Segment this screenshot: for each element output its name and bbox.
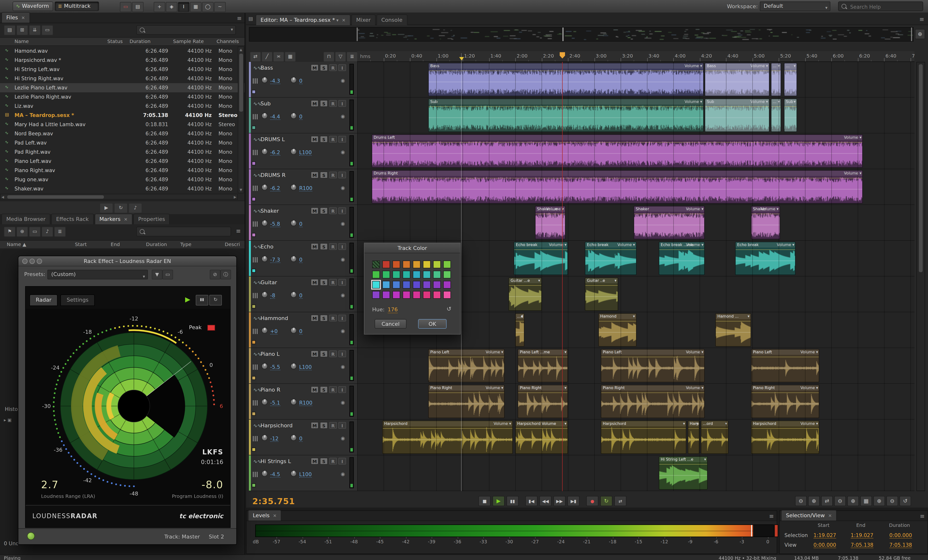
- overview-zoom-icon[interactable]: ⊕: [915, 29, 925, 39]
- tab-files[interactable]: Files✕: [2, 12, 30, 23]
- color-swatch[interactable]: [423, 271, 430, 278]
- close-icon[interactable]: ✕: [342, 18, 346, 23]
- files-column-channels[interactable]: Channels: [217, 39, 239, 44]
- track-name[interactable]: Shaker: [261, 208, 279, 214]
- clip-volume-envelope[interactable]: [716, 321, 750, 322]
- track-color-swatch[interactable]: [252, 448, 256, 452]
- play-button[interactable]: ▶: [493, 496, 505, 506]
- volume-value[interactable]: -4.4: [270, 114, 280, 120]
- monitor-input-button[interactable]: I: [338, 351, 346, 357]
- ok-button[interactable]: OK: [418, 319, 447, 329]
- audio-clip[interactable]: Drums RightVolume ▾: [372, 170, 863, 203]
- markers-column-duration[interactable]: Duration: [146, 242, 167, 247]
- color-swatch[interactable]: [423, 261, 430, 268]
- mute-button[interactable]: M: [311, 315, 319, 322]
- timeline-ruler[interactable]: hms 0:200:401:001:201:402:002:202:403:00…: [357, 51, 914, 62]
- scroll-left-icon[interactable]: ◀: [2, 195, 4, 199]
- selview-value[interactable]: 1:19.027: [814, 532, 836, 539]
- go-to-start-button[interactable]: ▮◀: [525, 496, 537, 506]
- clip-volume-envelope[interactable]: [586, 249, 636, 250]
- track-header-piano-r[interactable]: ∿∿Piano RMSRI-5.1R100◉: [249, 384, 357, 420]
- record-panel-icon[interactable]: ▭: [120, 2, 131, 12]
- routing-icon[interactable]: ◉: [341, 293, 345, 298]
- track-color-swatch[interactable]: [252, 412, 256, 416]
- arm-record-button[interactable]: R: [329, 172, 337, 179]
- clip-volume-envelope[interactable]: [601, 428, 686, 429]
- color-swatch[interactable]: [423, 291, 430, 299]
- razor-tool-icon[interactable]: ╱: [261, 52, 273, 62]
- pan-value[interactable]: 0: [299, 78, 302, 84]
- routing-icon[interactable]: ◉: [341, 435, 345, 441]
- clip-volume-envelope[interactable]: [705, 70, 769, 71]
- track-header-hammond[interactable]: ∿∿HammondMSRI+00◉: [249, 312, 357, 348]
- audio-clip[interactable]: Harpsichord▾: [601, 421, 686, 454]
- pan-value[interactable]: L100: [299, 364, 312, 370]
- files-search-input[interactable]: [147, 26, 234, 35]
- radar-reset-icon[interactable]: ↻: [209, 295, 222, 305]
- audio-clip[interactable]: Piano RightVolume ▾: [428, 385, 505, 418]
- color-swatch[interactable]: [403, 291, 411, 299]
- pan-value[interactable]: 0: [299, 114, 302, 120]
- scroll-up-icon[interactable]: ▲: [238, 48, 244, 52]
- zoom-full-icon[interactable]: ⇄: [821, 496, 833, 506]
- files-horizontal-scrollbar[interactable]: ◀ ▶: [0, 194, 238, 200]
- audio-clip[interactable]: Guitar ...e▾: [509, 278, 542, 311]
- monitor-input-button[interactable]: I: [338, 279, 346, 286]
- zoom-in-icon[interactable]: ⊕: [808, 496, 820, 506]
- scroll-right-icon[interactable]: ▶: [234, 195, 237, 199]
- audio-clip[interactable]: HarpsichordVolume ▾: [382, 421, 513, 454]
- insert-marker-audio-icon[interactable]: ♪: [41, 227, 53, 237]
- track-lane-shaker[interactable]: Shaker ...eVolume ▾ShakerVolume ▾ShakerV…: [357, 205, 914, 241]
- delete-preset-icon[interactable]: ▭: [162, 270, 173, 279]
- volume-value[interactable]: -5.8: [270, 221, 280, 227]
- audio-clip[interactable]: Hamond▾: [598, 313, 636, 346]
- track-color-swatch[interactable]: [252, 376, 256, 380]
- arm-record-button[interactable]: R: [329, 422, 337, 429]
- delete-file-icon[interactable]: ▭: [41, 25, 53, 35]
- clip-volume-envelope[interactable]: [429, 70, 703, 71]
- loop-playback-button[interactable]: ↻: [600, 496, 612, 506]
- file-row[interactable]: ∿Piano Right.wav6:26.48944100 HzMono: [0, 166, 244, 175]
- volume-value[interactable]: -6.2: [270, 185, 280, 191]
- multitrack-mode-button[interactable]: ≣Multitrack: [55, 2, 99, 11]
- color-swatch[interactable]: [433, 271, 441, 278]
- clip-volume-envelope[interactable]: [771, 106, 781, 107]
- solo-button[interactable]: S: [320, 422, 328, 429]
- track-color-swatch[interactable]: [252, 162, 256, 165]
- volume-knob[interactable]: [261, 470, 268, 477]
- track-name[interactable]: DRUMS R: [261, 172, 285, 179]
- track-lane-bass[interactable]: BassVolume ▾BassVolume ▾...▾...▾: [357, 62, 914, 98]
- color-swatch[interactable]: [382, 271, 390, 278]
- pan-knob[interactable]: [290, 256, 297, 262]
- audio-clip[interactable]: Harpsichord Volume▾: [515, 421, 568, 454]
- file-row[interactable]: ▤MA – Teardrop.sesx *7:05.13844100 HzSte…: [0, 111, 244, 120]
- color-swatch[interactable]: [403, 281, 411, 288]
- markers-column-name[interactable]: Name ▲: [7, 242, 26, 247]
- track-lane-piano-r[interactable]: Piano RightVolume ▾Piano Right▾Piano Rig…: [357, 384, 914, 420]
- open-file-icon[interactable]: ⊞: [17, 25, 28, 35]
- monitor-input-button[interactable]: I: [338, 458, 346, 464]
- solo-button[interactable]: S: [320, 458, 328, 464]
- file-row[interactable]: ∿Nord Beep.wav6:26.48944100 HzMono: [0, 129, 244, 138]
- time-selection-tool-icon[interactable]: ⇄: [250, 52, 261, 62]
- move-tool-icon[interactable]: +: [154, 2, 165, 12]
- pause-button[interactable]: ▮▮: [507, 496, 519, 506]
- audio-clip[interactable]: Piano RightVolume ▾: [601, 385, 705, 418]
- pan-knob[interactable]: [290, 399, 297, 405]
- tab-radar[interactable]: Radar: [29, 294, 58, 306]
- panel-icon[interactable]: ▤: [249, 16, 253, 21]
- monitor-input-button[interactable]: I: [338, 386, 346, 393]
- clip-volume-envelope[interactable]: [705, 106, 769, 107]
- audio-clip[interactable]: Piano Right▾: [518, 385, 568, 418]
- file-row[interactable]: ∿Hamond.wav6:26.48944100 HzMono: [0, 46, 244, 56]
- solo-button[interactable]: S: [320, 208, 328, 214]
- stop-button[interactable]: ■: [478, 496, 491, 506]
- audio-clip[interactable]: Hi String Left ...e▾: [659, 456, 708, 490]
- selview-value[interactable]: 0:00.000: [889, 532, 912, 539]
- solo-button[interactable]: S: [320, 100, 328, 107]
- monitor-input-button[interactable]: I: [338, 315, 346, 322]
- clip-volume-envelope[interactable]: [516, 428, 568, 429]
- track-color-swatch[interactable]: [252, 197, 256, 201]
- clip-volume-envelope[interactable]: [536, 214, 565, 214]
- radar-pause-icon[interactable]: ▮▮: [196, 295, 208, 305]
